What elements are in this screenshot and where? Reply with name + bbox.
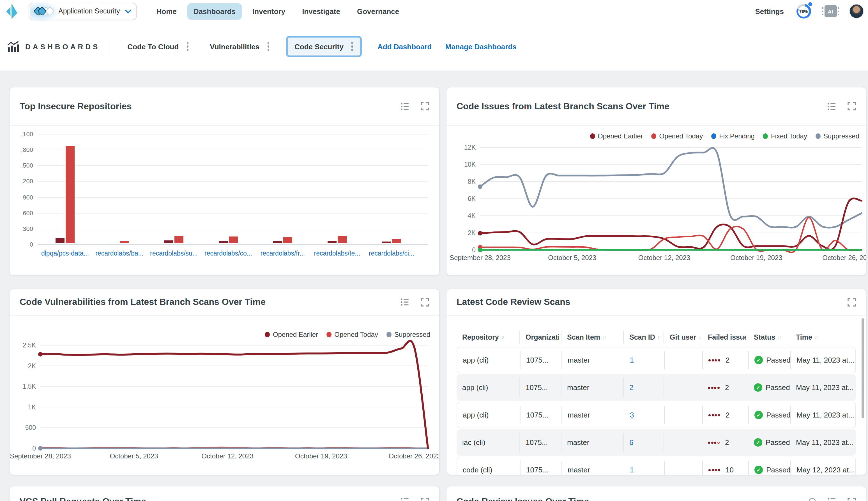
cell-failed-issues: 10 bbox=[703, 457, 749, 475]
repository-link[interactable]: recardolabs/te... bbox=[307, 250, 367, 257]
table-row[interactable]: app (cli)1075...master32✓PassedMay 11, 2… bbox=[457, 402, 856, 428]
nav-item-inventory[interactable]: Inventory bbox=[246, 3, 291, 19]
bar[interactable] bbox=[392, 239, 401, 243]
nav-item-governance[interactable]: Governance bbox=[351, 3, 405, 19]
cell-status: ✓Passed bbox=[749, 402, 791, 428]
expand-icon[interactable] bbox=[848, 497, 856, 501]
add-dashboard-link[interactable]: Add Dashboard bbox=[377, 42, 432, 51]
bar[interactable] bbox=[164, 241, 173, 243]
nav-item-dashboards[interactable]: Dashboards bbox=[187, 3, 242, 19]
ai-assistant-icon[interactable]: AI bbox=[824, 5, 837, 17]
panel-code-issues-over-time: Code Issues from Latest Branch Scans Ove… bbox=[446, 87, 867, 276]
view-list-icon[interactable] bbox=[400, 497, 409, 501]
repository-link[interactable]: recardolabs/ba... bbox=[89, 250, 150, 257]
column-header-time[interactable]: Time↓↑ bbox=[790, 328, 857, 347]
top-navigation: Application Security Home Dashboards Inv… bbox=[0, 0, 868, 22]
dashboard-tab-code-security[interactable]: Code Security bbox=[286, 36, 362, 57]
repository-link[interactable]: recardolabs/ci... bbox=[361, 250, 422, 257]
table-row[interactable]: app (cli)1075...master22✓PassedMay 11, 2… bbox=[457, 374, 856, 401]
view-list-icon[interactable] bbox=[827, 102, 836, 111]
expand-icon[interactable] bbox=[848, 298, 856, 306]
app-module-selector[interactable]: Application Security bbox=[29, 2, 137, 20]
cell-status: ✓Passed bbox=[748, 374, 790, 401]
svg-text:2K: 2K bbox=[468, 229, 476, 236]
scan-id-link[interactable]: 3 bbox=[630, 411, 634, 419]
bar[interactable] bbox=[327, 241, 336, 244]
table-row[interactable]: iac (cli)1075...master62✓PassedMay 11, 2… bbox=[457, 429, 856, 456]
column-header-scan-id[interactable]: Scan ID↓↑ bbox=[624, 328, 664, 347]
settings-button[interactable]: Settings bbox=[755, 7, 784, 15]
y-axis-tick: 900 bbox=[11, 194, 33, 200]
repository-link[interactable]: recardolabs/co... bbox=[198, 250, 259, 257]
scan-id-link[interactable]: 6 bbox=[629, 438, 633, 447]
kebab-menu-icon[interactable] bbox=[183, 41, 192, 52]
bar[interactable] bbox=[55, 238, 64, 243]
cell-repository: app (cli) bbox=[457, 348, 521, 373]
repository-link[interactable]: recardolabs/fr... bbox=[252, 250, 313, 257]
svg-text:6K: 6K bbox=[468, 195, 476, 202]
kebab-menu-icon[interactable] bbox=[348, 41, 357, 52]
progress-ring[interactable]: 78% bbox=[796, 4, 811, 19]
panel-latest-code-review-scans: Latest Code Review Scans Repository↓↑Org… bbox=[446, 289, 867, 475]
repository-link[interactable]: dlpqa/pcs-data... bbox=[35, 250, 95, 257]
bar[interactable] bbox=[273, 241, 282, 243]
svg-text:October 12, 2023: October 12, 2023 bbox=[638, 254, 690, 262]
bar[interactable] bbox=[175, 236, 184, 243]
notification-dot bbox=[807, 2, 813, 7]
expand-icon[interactable] bbox=[421, 298, 429, 306]
panel-title: Code Issues from Latest Branch Scans Ove… bbox=[457, 101, 669, 111]
prisma-cloud-logo-icon[interactable] bbox=[5, 3, 19, 20]
table-row[interactable]: code (cli)1075...master110✓PassedMay 12,… bbox=[457, 457, 856, 475]
view-list-icon[interactable] bbox=[827, 497, 836, 501]
dashboard-tab-code-to-cloud[interactable]: Code To Cloud bbox=[121, 37, 195, 56]
cell-repository: code (cli) bbox=[457, 457, 521, 475]
bar[interactable] bbox=[66, 146, 75, 243]
scan-id-link[interactable]: 2 bbox=[629, 383, 633, 392]
table-scrollbar[interactable] bbox=[861, 318, 864, 418]
svg-text:October 26, 2023: October 26, 2023 bbox=[389, 452, 440, 460]
scan-id-link[interactable]: 1 bbox=[630, 356, 634, 364]
scan-id-link[interactable]: 1 bbox=[630, 466, 634, 474]
bar[interactable] bbox=[110, 242, 119, 243]
bar[interactable] bbox=[382, 242, 391, 243]
passed-check-icon: ✓ bbox=[754, 466, 763, 474]
repository-link[interactable]: recardolabs/su... bbox=[144, 250, 204, 257]
user-avatar[interactable] bbox=[849, 4, 864, 19]
cell-scan-item: master bbox=[562, 348, 624, 373]
bar[interactable] bbox=[338, 236, 347, 243]
bar[interactable] bbox=[120, 241, 129, 243]
bar[interactable] bbox=[219, 241, 228, 243]
severity-dots-icon bbox=[708, 386, 719, 388]
expand-icon[interactable] bbox=[421, 497, 429, 501]
refresh-circle-icon[interactable] bbox=[808, 498, 816, 501]
passed-check-icon: ✓ bbox=[754, 438, 762, 447]
sort-icon: ↓↑ bbox=[501, 334, 504, 340]
column-header-git-user[interactable]: Git user↓ bbox=[664, 328, 702, 347]
y-axis-tick: 300 bbox=[11, 225, 33, 232]
cell-time: May 11, 2023 at... bbox=[790, 429, 857, 456]
column-header-organization[interactable]: Organization bbox=[520, 328, 562, 347]
manage-dashboards-link[interactable]: Manage Dashboards bbox=[445, 42, 516, 51]
view-list-icon[interactable] bbox=[400, 102, 409, 111]
view-list-icon[interactable] bbox=[400, 298, 409, 307]
column-header-repository[interactable]: Repository↓↑ bbox=[457, 328, 520, 347]
kebab-menu-icon[interactable] bbox=[264, 41, 273, 52]
svg-text:2K: 2K bbox=[28, 362, 36, 370]
sort-icon: ↓ bbox=[699, 334, 700, 340]
column-header-status[interactable]: Status↓↑ bbox=[748, 328, 790, 347]
svg-text:0: 0 bbox=[32, 445, 36, 452]
cell-status: ✓Passed bbox=[748, 429, 790, 456]
y-axis-tick: ,200 bbox=[11, 178, 33, 185]
primary-nav: Home Dashboards Inventory Investigate Go… bbox=[150, 3, 406, 19]
bar[interactable] bbox=[283, 237, 292, 244]
nav-item-investigate[interactable]: Investigate bbox=[296, 3, 346, 19]
column-header-scan-item[interactable]: Scan Item↓↑ bbox=[562, 328, 624, 347]
nav-item-home[interactable]: Home bbox=[150, 3, 183, 19]
expand-icon[interactable] bbox=[848, 102, 856, 110]
dashboard-tab-vulnerabilities[interactable]: Vulnerabilities bbox=[203, 37, 276, 56]
column-header-failed-issues[interactable]: Failed issues bbox=[702, 328, 748, 347]
expand-icon[interactable] bbox=[421, 102, 429, 110]
bar[interactable] bbox=[229, 236, 238, 243]
y-axis-tick: 600 bbox=[11, 209, 33, 216]
table-row[interactable]: app (cli)1075...master12✓PassedMay 11, 2… bbox=[457, 347, 856, 373]
